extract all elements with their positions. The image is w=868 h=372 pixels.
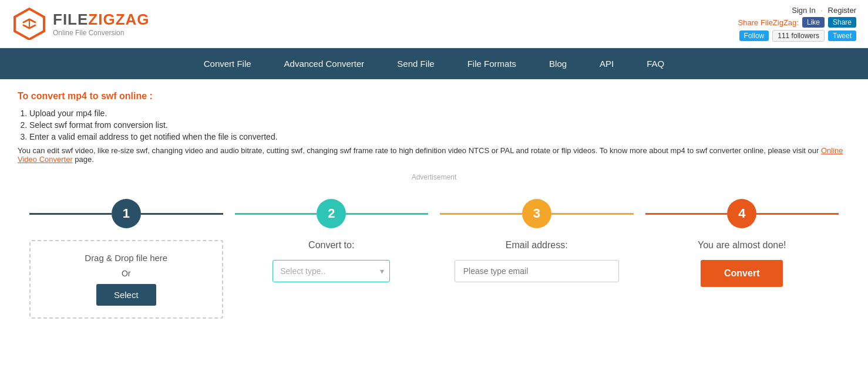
instruction-2: Select swf format from conversion list. (29, 120, 850, 130)
auth-links: Sign In · Register (792, 6, 856, 15)
linkedin-share-button[interactable]: Share (828, 17, 856, 28)
auth-separator: · (820, 6, 823, 15)
logo-text-container: FILEZIGZAG Online File Conversion (53, 11, 150, 37)
select-type-dropdown[interactable]: Select type.. swf avi mp4 mov wmv flv mk… (272, 260, 390, 282)
step-2-header: 2 (235, 199, 429, 228)
steps-row: 1 Drag & Drop file here Or Select 2 Conv… (18, 199, 850, 319)
step-2-label: Convert to: (308, 240, 354, 251)
nav-item-send-file[interactable]: Send File (381, 48, 450, 79)
step-2-line-right (346, 213, 428, 215)
step-4-circle: 4 (727, 199, 756, 228)
logo-text: FILEZIGZAG (53, 11, 150, 29)
site-name-label: FileZigZag: (761, 18, 799, 27)
twitter-follow-button[interactable]: Follow (739, 31, 769, 41)
social-row: Follow 111 followers Tweet (739, 30, 856, 42)
main-content: To convert mp4 to swf online : Upload yo… (0, 79, 868, 330)
page-title: To convert mp4 to swf online : (18, 91, 850, 102)
or-text: Or (122, 269, 131, 278)
step-1-line-right (141, 213, 223, 215)
convert-button[interactable]: Convert (701, 260, 783, 287)
advertisement-label: Advertisement (18, 173, 850, 181)
followers-count: 111 followers (772, 30, 825, 42)
logo-file-text: FILE (53, 11, 88, 28)
nav-link-api[interactable]: API (583, 48, 630, 79)
step-4: 4 You are almost done! Convert (645, 199, 839, 319)
email-input[interactable] (455, 260, 619, 282)
facebook-like-button[interactable]: Like (802, 17, 825, 28)
nav-item-faq[interactable]: FAQ (630, 48, 681, 79)
step-4-line-right (756, 213, 839, 215)
nav-link-send-file[interactable]: Send File (381, 48, 450, 79)
main-nav: Convert File Advanced Converter Send Fil… (0, 48, 868, 79)
logo-subtitle: Online File Conversion (53, 29, 150, 37)
instruction-3: Enter a valid email address to get notif… (29, 132, 850, 141)
nav-item-file-formats[interactable]: File Formats (451, 48, 533, 79)
share-row: Share FileZigZag: Like Share (738, 17, 856, 28)
step-2: 2 Convert to: Select type.. swf avi mp4 … (235, 199, 429, 319)
step-1: 1 Drag & Drop file here Or Select (29, 199, 223, 319)
step-3: 3 Email address: (440, 199, 634, 319)
step-3-circle: 3 (522, 199, 551, 228)
step-1-line-left (29, 213, 112, 215)
online-video-converter-link[interactable]: Online Video Converter (18, 146, 843, 164)
select-button[interactable]: Select (96, 284, 156, 306)
upload-dropzone[interactable]: Drag & Drop file here Or Select (29, 240, 223, 319)
step-3-line-left (440, 213, 522, 215)
register-link[interactable]: Register (828, 6, 856, 15)
top-header: FILEZIGZAG Online File Conversion Sign I… (0, 0, 868, 48)
nav-link-convert-file[interactable]: Convert File (187, 48, 268, 79)
top-right-area: Sign In · Register Share FileZigZag: Lik… (738, 6, 856, 42)
nav-link-advanced-converter[interactable]: Advanced Converter (268, 48, 381, 79)
drag-drop-text: Drag & Drop file here (85, 253, 167, 263)
almost-done-text: You are almost done! (698, 240, 786, 251)
nav-item-advanced-converter[interactable]: Advanced Converter (268, 48, 381, 79)
step-2-line-left (235, 213, 317, 215)
step-4-header: 4 (645, 199, 839, 228)
select-type-wrapper[interactable]: Select type.. swf avi mp4 mov wmv flv mk… (272, 260, 390, 282)
step-3-line-right (551, 213, 634, 215)
instructions-area: To convert mp4 to swf online : Upload yo… (18, 91, 850, 164)
share-label: Share FileZigZag: (738, 18, 799, 27)
step-1-header: 1 (29, 199, 223, 228)
step-4-line-left (645, 213, 728, 215)
logo-icon (12, 8, 47, 40)
nav-item-convert-file[interactable]: Convert File (187, 48, 268, 79)
description-text: You can edit swf video, like re-size swf… (18, 146, 850, 164)
logo-zigzag-text: ZIGZAG (88, 11, 149, 28)
logo-area: FILEZIGZAG Online File Conversion (12, 8, 150, 40)
twitter-tweet-button[interactable]: Tweet (828, 31, 856, 41)
step-2-circle: 2 (317, 199, 346, 228)
nav-link-blog[interactable]: Blog (533, 48, 583, 79)
instruction-1: Upload your mp4 file. (29, 109, 850, 118)
nav-link-file-formats[interactable]: File Formats (451, 48, 533, 79)
step-1-circle: 1 (112, 199, 141, 228)
sign-in-link[interactable]: Sign In (792, 6, 815, 15)
step-3-header: 3 (440, 199, 634, 228)
nav-item-blog[interactable]: Blog (533, 48, 583, 79)
nav-link-faq[interactable]: FAQ (630, 48, 681, 79)
step-3-label: Email address: (506, 240, 568, 251)
nav-item-api[interactable]: API (583, 48, 630, 79)
